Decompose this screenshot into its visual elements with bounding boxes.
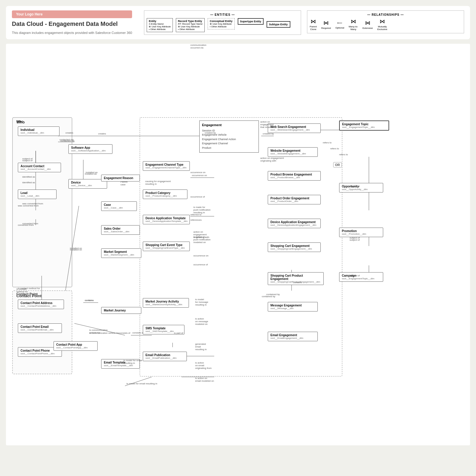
rel-label-created-by: created by	[205, 131, 216, 134]
rel-label-action-engagement-2: action on engagementoriginating with	[260, 157, 284, 162]
rel-label-push-notification-2: is action onpush notificationmodeled on	[193, 236, 211, 244]
entity-legend-normal: Entity # Entity Name ⊕ User Key Attribut…	[147, 18, 173, 32]
rel-label-push-notification: is made forpush notificationresulting in	[193, 206, 211, 214]
page-title: Data Cloud - Engagement Data Model	[12, 21, 132, 27]
rel-optional: ⟝ Optional	[335, 20, 344, 29]
rel-label-causing: causing for engagementresulting in	[145, 180, 171, 185]
rel-required: ⋈ Required	[321, 20, 331, 29]
entity-legend-supertype: Supertype Entity	[238, 18, 264, 25]
rel-label-installed-as: installed as	[86, 171, 98, 174]
rel-label-creates: creates	[65, 131, 73, 134]
entity-engagement: Engagement Session ID Engagement Vehicle…	[199, 120, 259, 153]
entities-legend-title: — ENTITIES —	[147, 13, 298, 16]
entity-campaign: Campaign ssot__EngagementTopic__dlm	[339, 272, 383, 282]
rel-label-subject-of-promo: subject of	[350, 239, 360, 241]
page: Your Logo Here Data Cloud - Engagement D…	[0, 0, 476, 476]
svg-text:consists of: consists of	[132, 331, 144, 334]
rel-label-occurrence-3: occurrence of	[193, 263, 208, 266]
entity-product-order-engagement: Product Order Engagement ssot__ProductOr…	[268, 195, 321, 204]
entity-engagement-topic: Engagement Topic ssot__EngagementTopic__…	[339, 120, 389, 131]
entity-opportunity: Opportunity ssot__Opportunity__dlm	[339, 183, 383, 192]
rel-label-refers-to: refers to	[323, 141, 331, 144]
rel-label-model-message: is modelfor messageresulting in	[195, 298, 208, 306]
entity-message-engagement: Message Engagement ssot__Message__dlm	[268, 302, 318, 311]
rel-label-contains: contains	[85, 299, 94, 302]
entity-market-journey: Market Journey	[101, 307, 141, 314]
rel-label-refers-to-2: refers to	[330, 147, 339, 150]
rel-label-is-part-of: is part of	[174, 332, 183, 334]
entity-device-app-engagement: Device Application Engagement ssot__Devi…	[268, 219, 321, 228]
svg-rect-1	[12, 118, 72, 287]
svg-text:identified as: identified as	[22, 176, 35, 178]
entity-account-contact: Account Contact ssot__AccountContact__dl…	[18, 163, 61, 172]
svg-text:occurrence on: occurrence on	[192, 174, 207, 177]
or-label: OR	[333, 162, 342, 167]
entity-legend-conceptual: Conceptual Entity ⊕ User Key Attribute •…	[208, 18, 235, 29]
page-subtitle: This diagram includes engagement objects…	[12, 31, 132, 35]
entity-contact-point-app: Contact Point App ssot__ContactPointApp_…	[54, 341, 98, 351]
svg-text:is model for email resulting i: is model for email resulting in	[126, 382, 157, 385]
rel-label-refers-to-3: refers to	[339, 153, 348, 156]
entity-promotion: Promotion ssot__Promotion__dlm	[339, 228, 383, 237]
entity-legend-subtype: Subtype Entity	[267, 18, 290, 28]
entity-legend-record-type: Record Type Entity RT: Record Type Name …	[176, 18, 205, 32]
rel-label-subject-of: subject of	[22, 157, 32, 160]
diagram-svg: Who Contact Point creates subject of ide…	[6, 44, 470, 445]
rel-label-action-email: is actionon emailoriginating from	[195, 361, 212, 369]
rel-label-consists-of: consists of	[119, 332, 130, 334]
entity-sales-order: Sales Order ssot__SalesOrder__dlm	[101, 225, 140, 235]
rel-label-shopping-cart-contains: contains	[293, 281, 302, 284]
rel-label-installed-on: installed on	[70, 248, 82, 251]
diagram-container: Who Contact Point creates subject of ide…	[6, 44, 470, 445]
entity-shopping-cart-event-type: Shopping Cart Event Type ssot__ShoppingC…	[143, 242, 190, 251]
rel-mutually-exclusive: ⋈ MutuallyExclusive	[377, 18, 387, 31]
entity-market-segment: Market Segment ssot__MarketSegment__dlm	[101, 248, 141, 258]
rel-label-comm-vehicle: is communicationvehicle for	[89, 329, 108, 334]
rel-label-contact-method: is contactmethod for	[16, 288, 28, 293]
rel-label-identified-as: identified as	[22, 181, 35, 184]
relationships-legend-title: — RELATIONSHIPS —	[310, 13, 461, 16]
logo: Your Logo Here	[12, 10, 132, 18]
rel-label-occurrence-on: occurrence on	[190, 171, 206, 174]
rel-parent-clone: ⋈ ParentClone	[310, 18, 317, 31]
entity-engagement-channel-type: Engagement Channel Type ssot__Engagement…	[143, 161, 190, 171]
rel-label-parent-case: Parentcase	[120, 181, 128, 186]
rel-label-subject-of-campaign: subject of	[350, 274, 360, 277]
rel-label-converted: converted from	[18, 224, 34, 226]
rel-many-to-many: ⋈ Many-to-Many	[349, 18, 358, 31]
rel-label-generated-email: generatedemailresulting in	[195, 343, 207, 351]
entity-website-engagement: Website Engagement ssot__WebsiteEngageme…	[268, 147, 318, 157]
entity-contact-point-email: Contact Point Email ssot__ContactPointEm…	[18, 323, 62, 333]
svg-text:creates: creates	[98, 132, 106, 135]
entity-product-category: Product Category ssot__ProductCategory__…	[143, 190, 187, 199]
entity-market-journey-activity: Market Journey Activity ssot__MarketJour…	[143, 298, 189, 308]
rel-label-subject-of-opp: subject of	[350, 185, 360, 188]
rel-label-model-email: is model for emailresulting in	[123, 359, 142, 364]
entity-email-publication: Email Publication ssot__EmailPublication…	[143, 352, 187, 361]
rel-label-comm-via: communicationoccurred via	[190, 44, 206, 49]
rel-label-contained-by: contained by	[262, 295, 275, 298]
entity-email-engagement: Email Engagement ssot__EmailEngagement__…	[268, 332, 318, 341]
entity-software-app: Software App ssot__SoftwareApplication__…	[68, 144, 112, 154]
entity-web-search-engagement: Web Search Engagement ssot__WebSearchEng…	[268, 123, 321, 133]
header-section: Your Logo Here Data Cloud - Engagement D…	[6, 6, 470, 39]
entity-lead: Lead ssot__Lead__dlm	[18, 190, 57, 199]
entity-product-browse-engagement: Product Browse Engagement ssot__ProductB…	[268, 171, 321, 181]
entity-shopping-cart-engagement: Shopping Cart Engagement ssot__ShoppingC…	[268, 242, 321, 252]
rel-label-action-on-engagement: action onengagementthat relates to	[260, 120, 275, 129]
rel-label-references: references	[190, 219, 202, 221]
who-group-label: Who	[16, 120, 24, 123]
rel-label-contacted-via: contacted via	[60, 140, 74, 142]
rel-label-occurrence-of: occurrence of	[190, 195, 205, 198]
entity-individual: Individual ssot__Individual__dlm	[18, 126, 60, 136]
entity-case: Case ssot__Case__dlm	[101, 201, 137, 211]
rel-extensive: ⋈ Extensive	[363, 20, 373, 29]
entity-contact-point-address: Contact Point Address ssot__ContactPoint…	[18, 300, 64, 309]
entity-device-app-template: Device Application Template ssot__Device…	[143, 215, 190, 224]
rel-label-occurrence-2: occurrence on	[193, 254, 209, 257]
svg-line-46	[125, 377, 152, 386]
rel-label-converted-from: was converted from	[18, 204, 39, 207]
rel-label-action-message: is actionon messagemodeled on	[195, 317, 208, 325]
rel-label-action-email-modeled: is action onemail modeled on	[195, 377, 214, 382]
